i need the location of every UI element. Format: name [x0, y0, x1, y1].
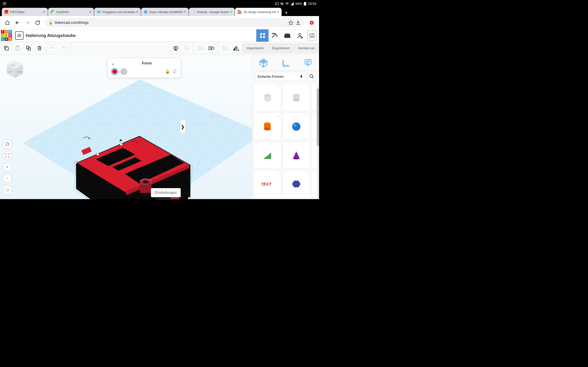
- workplane-tab[interactable]: [258, 57, 269, 68]
- delete-button[interactable]: [34, 43, 45, 54]
- ortho-button[interactable]: [3, 185, 12, 194]
- fit-view-button[interactable]: [3, 151, 12, 160]
- favicon-icon: [191, 10, 195, 14]
- scrollbar[interactable]: [317, 84, 319, 199]
- shape-cylinder[interactable]: ☆: [254, 112, 281, 140]
- star-icon[interactable]: ☆: [306, 171, 309, 175]
- bulb-button[interactable]: [181, 43, 192, 54]
- close-icon[interactable]: ×: [229, 10, 233, 14]
- export-button[interactable]: Exportieren: [269, 44, 293, 53]
- group-button[interactable]: [195, 43, 206, 54]
- shape-hexagon[interactable]: ☆: [283, 170, 310, 198]
- back-button[interactable]: [13, 18, 22, 27]
- star-icon[interactable]: ☆: [277, 85, 280, 88]
- new-tab-button[interactable]: +: [283, 9, 290, 16]
- star-icon[interactable]: ☆: [306, 142, 309, 146]
- tab-freecad[interactable]: freecad - Google Suche ×: [189, 8, 235, 16]
- ungroup-button[interactable]: [206, 43, 217, 54]
- home-button[interactable]: [3, 18, 12, 27]
- svg-point-41: [200, 47, 203, 50]
- zoom-in-button[interactable]: +: [3, 162, 12, 172]
- canvas-3d[interactable]: OBEN LINKS VORNE + −: [0, 55, 252, 199]
- home-view-button[interactable]: [3, 140, 12, 149]
- close-icon[interactable]: ×: [135, 10, 139, 14]
- viewcube[interactable]: OBEN LINKS VORNE: [5, 59, 25, 80]
- shape-text[interactable]: ☆TEXT: [254, 170, 281, 198]
- tab-bar: FRITZ!Box × OctoPrint × Programm zum Ers…: [0, 7, 319, 16]
- bulb-icon[interactable]: [172, 69, 177, 74]
- extension-icon[interactable]: [307, 18, 316, 27]
- copy-button[interactable]: [1, 43, 12, 54]
- close-icon[interactable]: ×: [42, 10, 46, 14]
- svg-point-114: [264, 127, 271, 131]
- svg-point-104: [293, 99, 300, 102]
- clock: 20:53: [308, 2, 316, 6]
- zoom-out-button[interactable]: −: [3, 174, 12, 183]
- tinkercad-logo[interactable]: TIN KER CAD: [1, 30, 12, 41]
- notes-tab[interactable]: [302, 57, 314, 68]
- view-grid-button[interactable]: [256, 29, 268, 42]
- shape-sphere[interactable]: ☆: [283, 112, 310, 140]
- model-3d[interactable]: [64, 135, 202, 199]
- shape-wedge[interactable]: ☆: [254, 141, 281, 169]
- svg-rect-67: [140, 182, 152, 193]
- pickaxe-button[interactable]: [268, 29, 281, 42]
- project-title[interactable]: Halterung Abzugshaube: [26, 33, 76, 38]
- lego-button[interactable]: [281, 29, 293, 42]
- tab-tinkercad[interactable]: 3D design Surprising Vih ×: [235, 8, 282, 16]
- reload-button[interactable]: [33, 18, 42, 27]
- tab-programm[interactable]: Programm zum Erstellen ×: [94, 8, 141, 16]
- tab-sony[interactable]: W Sony / Murata US18650V ×: [141, 8, 189, 16]
- shapes-panel: Einfache Formen ▲▼ ☆ ☆ ☆ ☆ ☆ ☆ ☆ ☆ ☆ ☆TE…: [252, 55, 319, 199]
- star-icon[interactable]: ☆: [277, 171, 280, 175]
- close-icon[interactable]: ×: [276, 10, 280, 14]
- eziga-badge[interactable]: E-ZIGARETTENLEBEN: [307, 31, 317, 40]
- annotation-button[interactable]: [170, 43, 181, 54]
- redo-button[interactable]: [58, 43, 69, 54]
- settings-button[interactable]: Einstellungen: [151, 188, 181, 197]
- svg-rect-29: [287, 33, 288, 35]
- search-button[interactable]: [307, 72, 316, 81]
- url-text: tinkercad.com/things: [55, 21, 286, 25]
- ruler-tab[interactable]: [280, 57, 292, 68]
- mirror-button[interactable]: [230, 43, 242, 54]
- lock-icon: 🔒: [49, 21, 52, 25]
- tab-fritzbox[interactable]: FRITZ!Box ×: [2, 8, 48, 16]
- svg-rect-13: [263, 33, 265, 35]
- color-solid-swatch[interactable]: [111, 68, 118, 75]
- import-button[interactable]: Importieren: [243, 44, 267, 53]
- svg-point-39: [175, 47, 176, 48]
- svg-rect-28: [285, 33, 286, 35]
- svg-rect-46: [223, 50, 227, 50]
- star-icon[interactable]: ☆: [306, 114, 309, 117]
- download-icon[interactable]: [296, 20, 301, 25]
- forward-button[interactable]: [23, 18, 32, 27]
- wifi-icon: [285, 2, 289, 6]
- shapes-category-dropdown[interactable]: Einfache Formen ▲▼: [255, 72, 305, 81]
- lock-icon[interactable]: 🔓: [165, 69, 170, 74]
- expand-panel-button[interactable]: ❯: [180, 120, 185, 134]
- document-list-icon[interactable]: [15, 31, 23, 40]
- color-hole-swatch[interactable]: [120, 68, 127, 75]
- paste-button[interactable]: [12, 43, 23, 54]
- undo-button[interactable]: [47, 43, 58, 54]
- star-icon[interactable]: ☆: [306, 85, 309, 88]
- shape-box-hole[interactable]: ☆: [254, 83, 281, 111]
- align-button[interactable]: [219, 43, 230, 54]
- close-icon[interactable]: ×: [183, 10, 187, 14]
- shape-cone[interactable]: ☆: [283, 141, 310, 169]
- chevron-down-icon[interactable]: ⌄: [111, 61, 115, 66]
- svg-marker-1: [4, 3, 5, 4]
- star-icon[interactable]: [288, 20, 293, 25]
- shape-cylinder-hole[interactable]: ☆: [283, 83, 310, 111]
- user-button[interactable]: [293, 29, 306, 42]
- duplicate-button[interactable]: [23, 43, 34, 54]
- send-button[interactable]: Senden an: [294, 44, 318, 53]
- url-field[interactable]: 🔒 tinkercad.com/things: [45, 18, 304, 27]
- close-icon[interactable]: ×: [88, 10, 92, 14]
- svg-point-43: [212, 47, 214, 49]
- grid-snap-dropdown[interactable]: 1,0 mm ⌄: [155, 199, 181, 199]
- tab-octoprint[interactable]: OctoPrint ×: [48, 8, 94, 16]
- star-icon[interactable]: ☆: [277, 142, 280, 146]
- star-icon[interactable]: ☆: [277, 114, 280, 117]
